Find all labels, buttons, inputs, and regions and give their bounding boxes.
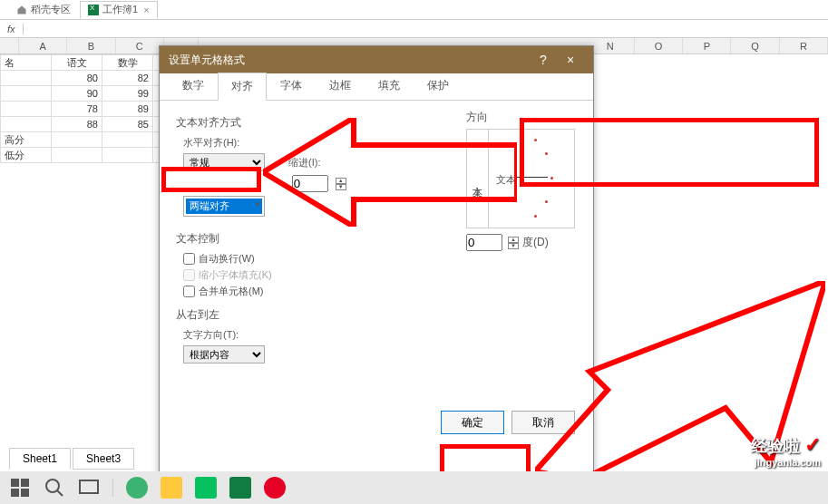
dialog-body: 文本对齐方式 水平对齐(H): 常规 缩进(I): 垂直对齐(V): ▲ ▼ (160, 101, 593, 445)
merge-checkbox[interactable] (183, 286, 195, 297)
merge-checkbox-row[interactable]: 合并单元格(M) (183, 285, 577, 298)
indent-spinner[interactable]: ▲ ▼ (336, 178, 346, 190)
tab-templates[interactable]: 稻壳专区 (9, 1, 78, 19)
watermark-text: 经验啦 (751, 437, 800, 455)
close-icon[interactable]: × (143, 5, 149, 15)
tab-label: 稻壳专区 (31, 3, 71, 16)
tab-alignment[interactable]: 对齐 (218, 73, 267, 101)
cell[interactable] (102, 148, 153, 163)
tab-font[interactable]: 字体 (267, 72, 316, 100)
col-header[interactable]: B (67, 38, 115, 53)
tab-protection[interactable]: 保护 (414, 72, 463, 100)
degree-spinner[interactable]: ▲ ▼ (508, 237, 519, 249)
check-icon: ✓ (804, 433, 821, 456)
cell[interactable]: 语文 (52, 55, 102, 71)
indent-input[interactable] (292, 175, 328, 192)
rtl-section: 从右到左 (176, 307, 577, 323)
sheet-tab[interactable]: Sheet1 (9, 448, 71, 470)
cell[interactable]: 78 (52, 102, 102, 117)
text-dir-select[interactable]: 根据内容 (183, 345, 265, 363)
col-header[interactable]: C (116, 38, 164, 53)
tab-border[interactable]: 边框 (316, 72, 365, 100)
wrap-checkbox-row[interactable]: 自动换行(W) (183, 252, 577, 266)
cell[interactable]: 低分 (1, 148, 52, 163)
sheet-tabs: Sheet1 Sheet3 (9, 448, 134, 470)
wrap-label: 自动换行(W) (199, 252, 255, 266)
cell[interactable]: 90 (52, 86, 102, 102)
netease-icon[interactable] (264, 477, 286, 499)
spinner-down-icon[interactable]: ▼ (336, 184, 346, 190)
col-header[interactable]: R (780, 38, 828, 53)
wrap-checkbox[interactable] (183, 253, 195, 265)
ok-button[interactable]: 确定 (441, 411, 504, 434)
orientation-box[interactable]: 文本 文本 (466, 129, 575, 228)
tab-workbook[interactable]: 工作簿1 × (80, 1, 158, 19)
cell[interactable] (1, 86, 52, 102)
col-header[interactable]: A (19, 38, 67, 53)
col-header[interactable]: Q (731, 38, 779, 53)
merge-label: 合并单元格(M) (199, 285, 264, 298)
v-align-select[interactable]: 两端对齐 ▾ (183, 196, 265, 217)
cancel-button[interactable]: 取消 (511, 411, 575, 434)
cell[interactable]: 85 (102, 117, 153, 132)
rotation-line (516, 177, 548, 178)
home-icon (16, 5, 27, 15)
orientation-section: 方向 文本 文本 ▲ ▼ (466, 110, 575, 251)
col-header[interactable]: O (635, 38, 683, 53)
cell[interactable]: 名 (1, 55, 52, 71)
cell[interactable] (102, 132, 153, 148)
cell[interactable]: 数学 (102, 55, 153, 71)
formula-input[interactable] (24, 22, 828, 36)
degree-label: 度(D) (522, 235, 549, 250)
cell[interactable] (1, 102, 52, 117)
col-header[interactable]: P (683, 38, 731, 53)
wechat-icon[interactable] (195, 477, 217, 499)
excel-icon (88, 5, 99, 15)
degree-input[interactable] (466, 234, 502, 251)
excel-icon[interactable] (229, 477, 251, 499)
task-view-icon[interactable] (78, 477, 100, 499)
rotation-dot (534, 139, 537, 141)
cell[interactable]: 80 (52, 71, 102, 86)
tab-fill[interactable]: 填充 (365, 72, 414, 100)
svg-rect-5 (21, 489, 29, 497)
cell[interactable] (52, 132, 102, 148)
close-button[interactable]: × (557, 53, 584, 67)
spinner-up-icon[interactable]: ▲ (508, 237, 519, 243)
cell[interactable] (1, 117, 52, 132)
spinner-down-icon[interactable]: ▼ (508, 243, 519, 249)
cell[interactable]: 82 (102, 71, 153, 86)
help-button[interactable]: ? (530, 53, 557, 67)
svg-line-7 (57, 490, 63, 496)
rotation-text: 文本 (496, 173, 516, 187)
cell[interactable] (1, 71, 52, 86)
h-align-select[interactable]: 常规 (183, 153, 265, 171)
cell[interactable]: 99 (102, 86, 153, 102)
rotation-dial[interactable]: 文本 (489, 130, 574, 228)
dialog-titlebar[interactable]: 设置单元格格式 ? × (160, 46, 593, 73)
rotation-dot (545, 200, 548, 203)
tab-number[interactable]: 数字 (169, 72, 218, 100)
select-all-corner[interactable] (0, 38, 19, 53)
chevron-down-icon: ▾ (256, 199, 260, 208)
explorer-icon[interactable] (161, 477, 182, 499)
fx-label[interactable]: fx (0, 24, 24, 34)
taskbar (0, 471, 828, 504)
tab-label: 工作簿1 (102, 3, 138, 16)
search-icon[interactable] (44, 477, 65, 499)
edge-icon[interactable] (126, 477, 148, 499)
start-icon[interactable] (9, 477, 31, 499)
cell[interactable]: 89 (102, 102, 153, 117)
v-align-value: 两端对齐 (186, 199, 262, 214)
cell[interactable]: 88 (52, 117, 102, 132)
spinner-up-icon[interactable]: ▲ (336, 178, 346, 184)
cell[interactable]: 高分 (1, 132, 52, 148)
cell[interactable] (52, 148, 102, 163)
rotation-dot (545, 152, 548, 155)
vertical-text-button[interactable]: 文本 (467, 130, 489, 228)
rotation-dot (550, 177, 553, 179)
direction-label: 方向 (466, 110, 575, 125)
text-dir-label: 文字方向(T): (183, 328, 239, 342)
sheet-tab[interactable]: Sheet3 (73, 448, 134, 470)
format-cells-dialog: 设置单元格格式 ? × 数字 对齐 字体 边框 填充 保护 文本对齐方式 水平对… (159, 45, 594, 480)
